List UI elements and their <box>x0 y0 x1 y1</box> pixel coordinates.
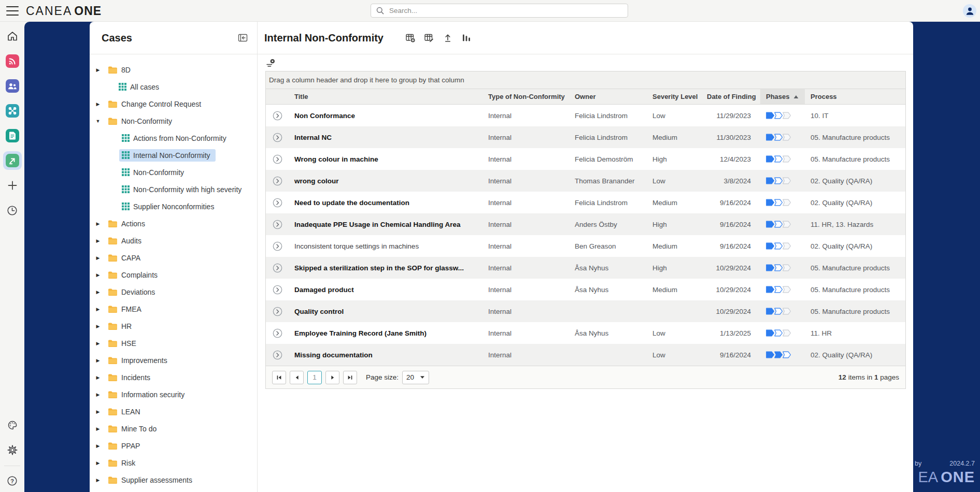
expand-arrow-icon[interactable]: ▶ <box>94 324 102 329</box>
expand-row-button[interactable] <box>273 133 282 142</box>
expand-row-button[interactable] <box>273 220 282 229</box>
expand-row-button[interactable] <box>273 198 282 208</box>
tree-item[interactable]: ▶ LEAN <box>90 403 257 420</box>
table-row[interactable]: Need to update the documentation Interna… <box>266 192 905 213</box>
tree-item[interactable]: ▶ Actions <box>90 215 257 232</box>
expand-arrow-icon[interactable]: ▶ <box>94 358 102 363</box>
expand-row-button[interactable] <box>273 350 282 360</box>
expand-arrow-icon[interactable]: ▶ <box>94 255 102 261</box>
edit-table-button[interactable] <box>424 33 434 43</box>
expand-arrow-icon[interactable]: ▶ <box>94 238 102 243</box>
expand-arrow-icon[interactable]: ▶ <box>94 409 102 414</box>
expand-arrow-icon[interactable]: ▶ <box>94 460 102 466</box>
rail-item-help[interactable]: ? <box>0 469 24 492</box>
column-header-title[interactable]: Title <box>289 89 482 104</box>
expand-arrow-icon[interactable]: ▶ <box>94 290 102 295</box>
expand-row-button[interactable] <box>273 176 282 186</box>
expand-row-button[interactable] <box>273 307 282 316</box>
table-row[interactable]: wrong colour Internal Thomas Branander L… <box>266 170 905 192</box>
rail-item-people-app[interactable] <box>0 74 24 98</box>
rail-item-documents-app[interactable] <box>0 123 24 148</box>
expand-arrow-icon[interactable]: ▶ <box>94 426 102 431</box>
search-input[interactable] <box>388 6 628 15</box>
tree-item[interactable]: ▶ Incidents <box>90 369 257 386</box>
tree-item[interactable]: Non-Conformity <box>90 164 257 181</box>
table-row[interactable]: Internal NC Internal Felicia Lindstrom M… <box>266 126 905 148</box>
global-search[interactable] <box>371 4 628 18</box>
tree-item[interactable]: ▶ Improvements <box>90 352 257 369</box>
user-avatar[interactable] <box>963 4 976 18</box>
group-drop-zone[interactable]: Drag a column header and drop it here to… <box>266 71 905 89</box>
tree-item[interactable]: ▶ 8D <box>90 61 257 78</box>
expand-row-button[interactable] <box>273 241 282 251</box>
expand-arrow-icon[interactable]: ▶ <box>94 477 102 483</box>
collapse-panel-button[interactable] <box>237 32 249 44</box>
rail-item-settings[interactable] <box>0 438 24 462</box>
expand-row-button[interactable] <box>273 328 282 338</box>
first-page-button[interactable] <box>272 371 286 384</box>
expand-arrow-icon[interactable]: ▶ <box>94 341 102 346</box>
table-row[interactable]: Skipped a sterilization step in the SOP … <box>266 257 905 279</box>
hamburger-menu-button[interactable] <box>6 6 19 16</box>
rail-item-history[interactable] <box>0 198 24 223</box>
rail-item-add-app[interactable] <box>0 173 24 198</box>
table-row[interactable]: Employee Training Record (Jane Smith) In… <box>266 322 905 344</box>
tree-item[interactable]: ▶ HR <box>90 317 257 335</box>
tree-item[interactable]: ▶ Risk <box>90 454 257 471</box>
rail-item-network-app[interactable] <box>0 98 24 123</box>
page-size-select[interactable]: 20 <box>402 371 429 384</box>
column-header-process[interactable]: Process <box>805 89 905 104</box>
tree-item[interactable]: ▶ Information security <box>90 386 257 403</box>
column-header-date[interactable]: Date of Finding <box>701 89 760 104</box>
column-header-phases[interactable]: Phases <box>760 89 805 104</box>
table-row[interactable]: Inconsistent torque settings in machines… <box>266 235 905 257</box>
expand-row-button[interactable] <box>273 154 282 164</box>
tree-item[interactable]: Supplier Nonconformities <box>90 198 257 215</box>
expand-arrow-icon[interactable]: ▶ <box>94 272 102 278</box>
tree-item[interactable]: Actions from Non-Conformity <box>90 129 257 147</box>
expand-row-button[interactable] <box>273 285 282 295</box>
tree-item[interactable]: ▼ Non-Conformity <box>90 112 257 129</box>
table-row[interactable]: Missing documentation Internal Low 9/16/… <box>266 344 905 366</box>
export-button[interactable] <box>443 33 453 43</box>
table-row[interactable]: Quality control Internal 10/29/2024 05. … <box>266 300 905 322</box>
rail-item-theme[interactable] <box>0 413 24 438</box>
last-page-button[interactable] <box>343 371 357 384</box>
tree-item[interactable]: ▶ CAPA <box>90 249 257 266</box>
expand-arrow-icon[interactable]: ▶ <box>94 221 102 226</box>
expand-arrow-icon[interactable]: ▶ <box>94 375 102 380</box>
tree-item[interactable]: ▶ Supplier assessments <box>90 471 257 488</box>
expand-arrow-icon[interactable]: ▶ <box>94 307 102 312</box>
column-header-type[interactable]: Type of Non-Conformity <box>482 89 569 104</box>
table-row[interactable]: Non Conformance Internal Felicia Lindstr… <box>266 105 905 126</box>
tree-item[interactable]: Non-Conformity with high severity <box>90 181 257 198</box>
current-page[interactable]: 1 <box>307 371 322 384</box>
tree-item[interactable]: ▶ Audits <box>90 232 257 249</box>
filter-button[interactable] <box>265 58 276 68</box>
table-row[interactable]: Damaged product Internal Åsa Nyhus Mediu… <box>266 279 905 300</box>
tree-item[interactable]: All cases <box>90 78 257 95</box>
column-header-severity[interactable]: Severity Level <box>647 89 701 104</box>
add-record-button[interactable] <box>405 33 416 43</box>
tree-item[interactable]: ▶ FMEA <box>90 300 257 317</box>
expand-arrow-icon[interactable]: ▶ <box>94 67 102 73</box>
tree-item-selected[interactable]: Internal Non-Conformity <box>90 147 257 164</box>
tree-item[interactable]: ▶ Change Control Request <box>90 95 257 112</box>
tree-item[interactable]: ▶ PPAP <box>90 437 257 454</box>
table-row[interactable]: Wrong colour in machine Internal Felicia… <box>266 148 905 170</box>
expand-arrow-icon[interactable]: ▶ <box>94 443 102 448</box>
column-header-owner[interactable]: Owner <box>569 89 647 104</box>
expand-arrow-icon[interactable]: ▼ <box>94 119 102 124</box>
expand-row-button[interactable] <box>273 263 282 273</box>
tree-item[interactable]: ▶ Mine To do <box>90 420 257 437</box>
statistics-button[interactable] <box>461 33 472 43</box>
rail-item-cases-app-selected[interactable] <box>0 148 24 173</box>
expand-row-button[interactable] <box>273 111 282 121</box>
rail-item-broadcast-app[interactable] <box>0 49 24 74</box>
prev-page-button[interactable] <box>290 371 304 384</box>
tree-item[interactable]: ▶ HSE <box>90 335 257 352</box>
expand-arrow-icon[interactable]: ▶ <box>94 392 102 397</box>
tree-item[interactable]: ▶ Complaints <box>90 266 257 283</box>
rail-item-home[interactable] <box>0 24 24 49</box>
expand-arrow-icon[interactable]: ▶ <box>94 102 102 107</box>
